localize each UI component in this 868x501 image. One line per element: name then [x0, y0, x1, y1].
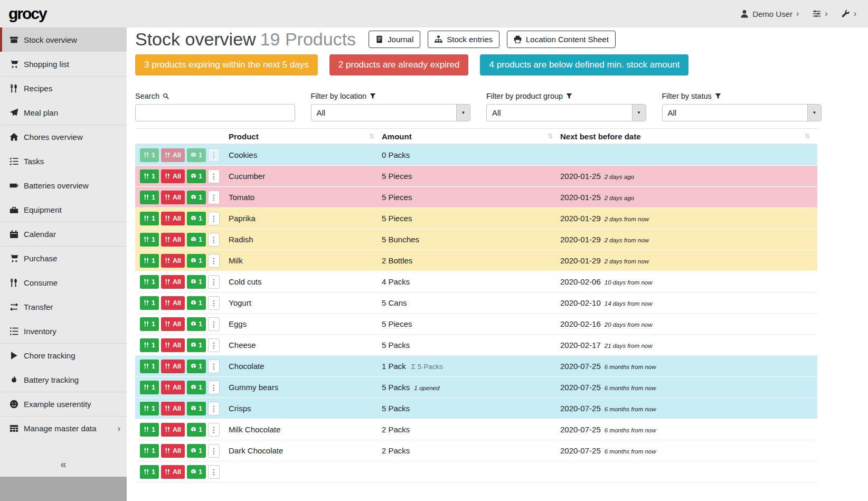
- amount-column-header[interactable]: Amount⇅: [382, 129, 560, 144]
- row-menu-button[interactable]: ⋮: [208, 148, 220, 162]
- open-one-button[interactable]: 1: [187, 212, 206, 225]
- row-menu-button[interactable]: ⋮: [208, 212, 220, 225]
- sidebar-item-equipment[interactable]: Equipment: [0, 197, 127, 222]
- consume-one-button[interactable]: 1: [140, 317, 159, 331]
- consume-all-button[interactable]: All: [161, 212, 185, 225]
- open-one-button[interactable]: 1: [187, 148, 206, 162]
- sidebar-item-stock-overview[interactable]: Stock overview: [0, 27, 127, 52]
- row-menu-button[interactable]: ⋮: [208, 360, 220, 373]
- consume-one-button[interactable]: 1: [140, 191, 159, 204]
- consume-one-button[interactable]: 1: [140, 148, 159, 162]
- consume-one-button[interactable]: 1: [140, 212, 159, 225]
- journal-button[interactable]: Journal: [369, 31, 420, 48]
- row-menu-button[interactable]: ⋮: [208, 296, 220, 310]
- row-menu-button[interactable]: ⋮: [208, 317, 220, 331]
- sliders-menu[interactable]: ›: [813, 10, 827, 18]
- location-select[interactable]: All▼: [311, 104, 471, 121]
- sidebar-item-calendar[interactable]: Calendar: [0, 222, 127, 246]
- sort-icon[interactable]: ⇅: [548, 133, 553, 140]
- consume-all-button[interactable]: All: [161, 402, 185, 415]
- consume-all-button[interactable]: All: [161, 148, 185, 162]
- date-column-header[interactable]: Next best before date⇅: [560, 129, 817, 144]
- open-one-button[interactable]: 1: [187, 360, 206, 373]
- consume-all-button[interactable]: All: [161, 233, 185, 247]
- sidebar-item-purchase[interactable]: Purchase: [0, 246, 127, 270]
- sort-icon[interactable]: ⇅: [805, 133, 810, 140]
- open-one-button[interactable]: 1: [187, 381, 206, 394]
- consume-one-button[interactable]: 1: [140, 423, 159, 437]
- sidebar-item-recipes[interactable]: Recipes: [0, 76, 127, 100]
- open-one-button[interactable]: 1: [187, 444, 206, 458]
- sidebar-item-meal-plan[interactable]: Meal plan: [0, 100, 127, 125]
- consume-all-button[interactable]: All: [161, 423, 185, 437]
- row-menu-button[interactable]: ⋮: [208, 381, 220, 394]
- consume-all-button[interactable]: All: [161, 338, 185, 352]
- consume-all-button[interactable]: All: [161, 169, 185, 183]
- sidebar-item-example-userentity[interactable]: Example userentity: [0, 392, 127, 416]
- row-menu-button[interactable]: ⋮: [208, 444, 220, 458]
- consume-one-button[interactable]: 1: [140, 275, 159, 289]
- sidebar-item-chores-overview[interactable]: Chores overview: [0, 125, 127, 149]
- consume-one-button[interactable]: 1: [140, 381, 159, 394]
- row-menu-button[interactable]: ⋮: [208, 191, 220, 204]
- product-column-header[interactable]: Product⇅: [229, 129, 382, 144]
- open-one-button[interactable]: 1: [187, 275, 206, 289]
- consume-one-button[interactable]: 1: [140, 233, 159, 247]
- consume-all-button[interactable]: All: [161, 296, 185, 310]
- sidebar-item-consume[interactable]: Consume: [0, 270, 127, 295]
- row-menu-button[interactable]: ⋮: [208, 169, 220, 183]
- search-input[interactable]: [135, 104, 295, 121]
- row-menu-button[interactable]: ⋮: [208, 233, 220, 247]
- consume-one-button[interactable]: 1: [140, 402, 159, 415]
- wrench-menu[interactable]: ›: [842, 10, 856, 18]
- row-menu-button[interactable]: ⋮: [208, 275, 220, 289]
- user-menu[interactable]: Demo User ›: [740, 10, 799, 18]
- open-one-button[interactable]: 1: [187, 254, 206, 268]
- alert-info[interactable]: 4 products are below defined min. stock …: [480, 54, 688, 75]
- consume-all-button[interactable]: All: [161, 444, 185, 458]
- status-select[interactable]: All▼: [662, 104, 822, 121]
- sidebar-item-tasks[interactable]: Tasks: [0, 149, 127, 173]
- row-menu-button[interactable]: ⋮: [208, 254, 220, 268]
- open-one-button[interactable]: 1: [187, 317, 206, 331]
- consume-one-button[interactable]: 1: [140, 169, 159, 183]
- sidebar-item-transfer[interactable]: Transfer: [0, 295, 127, 319]
- row-menu-button[interactable]: ⋮: [208, 423, 220, 437]
- consume-one-button[interactable]: 1: [140, 360, 159, 373]
- sidebar-item-batteries-overview[interactable]: Batteries overview: [0, 173, 127, 197]
- consume-one-button[interactable]: 1: [140, 444, 159, 458]
- consume-all-button[interactable]: All: [161, 381, 185, 394]
- consume-one-button[interactable]: 1: [140, 254, 159, 268]
- sidebar-item-inventory[interactable]: Inventory: [0, 319, 127, 343]
- consume-all-button[interactable]: All: [161, 191, 185, 204]
- consume-one-button[interactable]: 1: [140, 465, 159, 479]
- sidebar-item-battery-tracking[interactable]: Battery tracking: [0, 367, 127, 392]
- open-one-button[interactable]: 1: [187, 338, 206, 352]
- consume-all-button[interactable]: All: [161, 360, 185, 373]
- consume-all-button[interactable]: All: [161, 275, 185, 289]
- sidebar-item-shopping-list[interactable]: Shopping list: [0, 52, 127, 76]
- consume-all-button[interactable]: All: [161, 254, 185, 268]
- consume-all-button[interactable]: All: [161, 317, 185, 331]
- open-one-button[interactable]: 1: [187, 423, 206, 437]
- consume-one-button[interactable]: 1: [140, 338, 159, 352]
- consume-all-button[interactable]: All: [161, 465, 185, 479]
- open-one-button[interactable]: 1: [187, 191, 206, 204]
- row-menu-button[interactable]: ⋮: [208, 402, 220, 415]
- open-one-button[interactable]: 1: [187, 233, 206, 247]
- sort-icon[interactable]: ⇅: [369, 133, 374, 140]
- open-one-button[interactable]: 1: [187, 296, 206, 310]
- open-one-button[interactable]: 1: [187, 465, 206, 479]
- sidebar-collapse-toggle[interactable]: «: [0, 451, 127, 477]
- open-one-button[interactable]: 1: [187, 169, 206, 183]
- row-menu-button[interactable]: ⋮: [208, 465, 220, 479]
- location-content-sheet-button[interactable]: Location Content Sheet: [507, 31, 616, 48]
- consume-one-button[interactable]: 1: [140, 296, 159, 310]
- alert-danger[interactable]: 2 products are already expired: [329, 54, 469, 75]
- stock-entries-button[interactable]: Stock entries: [428, 31, 499, 48]
- sidebar-item-chore-tracking[interactable]: Chore tracking: [0, 343, 127, 367]
- sidebar-item-manage-master-data[interactable]: Manage master data ›: [0, 416, 127, 440]
- open-one-button[interactable]: 1: [187, 402, 206, 415]
- alert-warning[interactable]: 3 products expiring within the next 5 da…: [135, 54, 318, 75]
- row-menu-button[interactable]: ⋮: [208, 338, 220, 352]
